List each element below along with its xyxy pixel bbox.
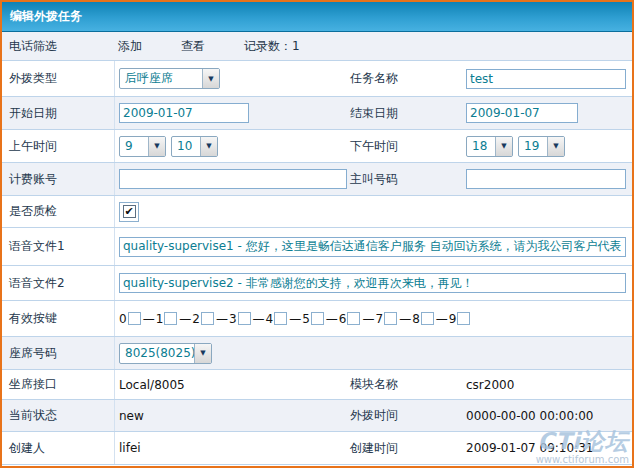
module-name-value: csr2000 <box>466 378 514 392</box>
pm-from-select[interactable]: 18 ▼ <box>466 136 513 157</box>
chevron-down-icon[interactable]: ▼ <box>495 137 512 156</box>
current-status-value: new <box>119 409 144 423</box>
date-row: 开始日期 结束日期 <box>2 97 632 130</box>
outbound-type-select[interactable]: 后呼座席 ▼ <box>119 68 220 89</box>
end-date-input[interactable] <box>466 103 578 123</box>
start-date-input[interactable] <box>119 103 249 123</box>
pm-time-cell: 18 ▼ 19 ▼ <box>466 136 632 157</box>
key-separator: — <box>289 312 301 326</box>
task-name-label: 任务名称 <box>347 70 466 87</box>
caller-number-input[interactable] <box>466 169 626 189</box>
start-date-cell <box>114 97 347 129</box>
key-5-checkbox[interactable] <box>311 312 324 325</box>
key-1-checkbox[interactable] <box>164 312 177 325</box>
outbound-time-value: 0000-00-00 00:00:00 <box>466 409 593 423</box>
creator-cell: lifei <box>114 432 347 464</box>
creator-value: lifei <box>119 441 141 455</box>
key-digit-5: 5 <box>302 312 310 326</box>
key-separator: — <box>436 312 448 326</box>
key-3-checkbox[interactable] <box>238 312 251 325</box>
key-separator: — <box>179 312 191 326</box>
am-time-cell: 9 ▼ 10 ▼ <box>114 130 347 162</box>
time-row: 上午时间 9 ▼ 10 ▼ 下午时间 18 ▼ 19 ▼ <box>2 130 632 163</box>
voice-file1-label: 语音文件1 <box>2 238 114 255</box>
voice-file1-cell <box>114 228 632 265</box>
records-count: 记录数：1 <box>244 38 300 55</box>
agent-interface-label: 坐席接口 <box>2 376 114 393</box>
edit-outbound-task-panel: 编辑外拨任务 电话筛选 添加 查看 记录数：1 外拨类型 后呼座席 ▼ 任务名称… <box>0 0 634 468</box>
key-separator: — <box>362 312 374 326</box>
chevron-down-icon[interactable]: ▼ <box>148 137 165 156</box>
pm-to-select[interactable]: 19 ▼ <box>518 136 565 157</box>
key-digit-0: 0 <box>119 312 127 326</box>
key-2-checkbox[interactable] <box>201 312 214 325</box>
key-8-checkbox[interactable] <box>421 312 434 325</box>
add-link[interactable]: 添加 <box>118 38 181 55</box>
key-digit-2: 2 <box>192 312 200 326</box>
quality-check-cell: ✔ <box>114 196 347 227</box>
agent-interface-cell: Local/8005 <box>114 370 347 399</box>
status-row: 当前状态 new 外拨时间 0000-00-00 00:00:00 <box>2 400 632 432</box>
voice-file1-input[interactable] <box>119 237 626 257</box>
outbound-type-label: 外拨类型 <box>2 70 114 87</box>
chevron-down-icon[interactable]: ▼ <box>202 69 219 88</box>
agent-number-row: 座席号码 8025(8025) ▼ <box>2 337 632 370</box>
key-digit-7: 7 <box>375 312 383 326</box>
am-to-value: 10 <box>172 137 200 156</box>
valid-keys-row: 有效按键 0—1—2—3—4—5—6—7—8—9 <box>2 301 632 337</box>
key-separator: — <box>143 312 155 326</box>
type-name-row: 外拨类型 后呼座席 ▼ 任务名称 <box>2 61 632 97</box>
agent-number-cell: 8025(8025) ▼ <box>114 337 347 369</box>
billing-account-label: 计费账号 <box>2 171 114 188</box>
outbound-time-label: 外拨时间 <box>347 407 466 424</box>
key-0-checkbox[interactable] <box>128 312 141 325</box>
billing-account-input[interactable] <box>119 169 347 189</box>
outbound-type-cell: 后呼座席 ▼ <box>114 61 347 96</box>
outbound-type-value: 后呼座席 <box>120 69 202 88</box>
key-separator: — <box>216 312 228 326</box>
end-date-label: 结束日期 <box>347 105 466 122</box>
key-9-checkbox[interactable] <box>457 312 470 325</box>
key-6-checkbox[interactable] <box>347 312 360 325</box>
valid-keys-cell: 0—1—2—3—4—5—6—7—8—9 <box>114 301 632 336</box>
caller-number-label: 主叫号码 <box>347 171 466 188</box>
end-date-cell <box>466 103 632 123</box>
create-time-value: 2009-01-07 09:10:31 <box>466 441 593 455</box>
chevron-down-icon[interactable]: ▼ <box>200 137 217 156</box>
agent-number-select[interactable]: 8025(8025) ▼ <box>119 343 212 364</box>
quality-check-checkbox[interactable]: ✔ <box>123 205 136 218</box>
am-time-label: 上午时间 <box>2 138 114 155</box>
key-separator: — <box>326 312 338 326</box>
current-status-cell: new <box>114 400 347 431</box>
page-title: 编辑外拨任务 <box>10 8 82 25</box>
create-time-label: 创建时间 <box>347 440 466 457</box>
view-link[interactable]: 查看 <box>181 38 244 55</box>
key-digit-1: 1 <box>156 312 164 326</box>
current-status-label: 当前状态 <box>2 407 114 424</box>
billing-account-cell <box>114 163 347 195</box>
task-name-cell <box>466 69 632 89</box>
start-date-label: 开始日期 <box>2 105 114 122</box>
voice-file2-input[interactable] <box>119 273 626 293</box>
am-to-select[interactable]: 10 ▼ <box>171 136 218 157</box>
module-name-label: 模块名称 <box>347 376 466 393</box>
key-digit-3: 3 <box>229 312 237 326</box>
voice-file2-cell <box>114 266 632 300</box>
creator-row: 创建人 lifei 创建时间 2009-01-07 09:10:31 <box>2 432 632 465</box>
task-name-input[interactable] <box>466 69 626 89</box>
panel-titlebar: 编辑外拨任务 <box>2 2 632 32</box>
voice-file2-row: 语音文件2 <box>2 266 632 301</box>
create-time-cell: 2009-01-07 09:10:31 <box>466 441 632 455</box>
pm-from-value: 18 <box>467 137 495 156</box>
quality-check-row: 是否质检 ✔ <box>2 196 632 228</box>
caller-number-cell <box>466 169 632 189</box>
interface-row: 坐席接口 Local/8005 模块名称 csr2000 <box>2 370 632 400</box>
quality-check-label: 是否质检 <box>2 203 114 220</box>
chevron-down-icon[interactable]: ▼ <box>547 137 564 156</box>
agent-number-label: 座席号码 <box>2 345 114 362</box>
key-4-checkbox[interactable] <box>274 312 287 325</box>
am-from-select[interactable]: 9 ▼ <box>119 136 166 157</box>
key-7-checkbox[interactable] <box>384 312 397 325</box>
phone-filter-row: 电话筛选 添加 查看 记录数：1 <box>2 32 632 61</box>
chevron-down-icon[interactable]: ▼ <box>194 344 211 363</box>
